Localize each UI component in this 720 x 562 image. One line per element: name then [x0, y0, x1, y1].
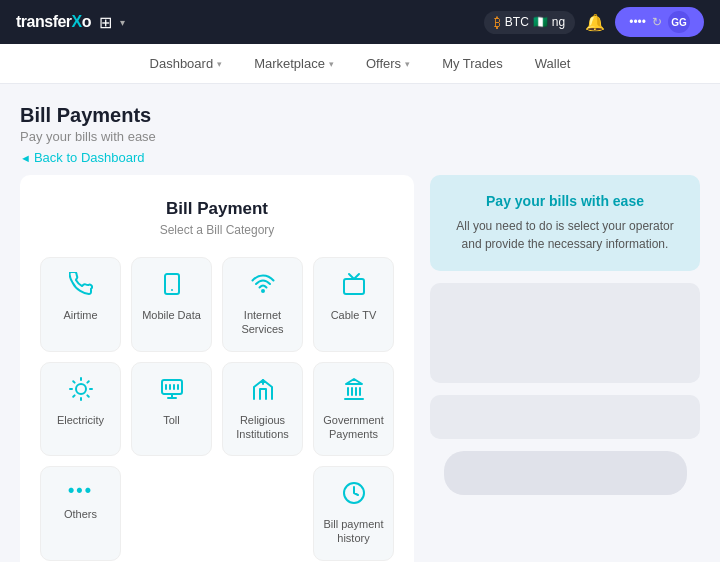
avatar: GG [668, 11, 690, 33]
electricity-icon [69, 377, 93, 405]
skeleton-card-3 [444, 451, 687, 495]
grid-icon[interactable]: ⊞ [99, 13, 112, 32]
user-button[interactable]: •••• ↻ GG [615, 7, 704, 37]
svg-rect-3 [344, 279, 364, 294]
airtime-label: Airtime [63, 308, 97, 322]
user-dots: •••• [629, 15, 646, 29]
category-mobile-data[interactable]: Mobile Data [131, 257, 212, 352]
religious-icon [251, 377, 275, 405]
nav-item-marketplace[interactable]: Marketplace ▾ [254, 56, 334, 71]
category-others[interactable]: ••• Others [40, 466, 121, 561]
skeleton-card-1 [430, 283, 700, 383]
bill-panel: Bill Payment Select a Bill Category Airt… [20, 175, 414, 562]
others-label: Others [64, 507, 97, 521]
government-label: Government Payments [322, 413, 385, 442]
info-card-text: All you need to do is select your operat… [446, 217, 684, 253]
currency-label: ng [552, 15, 565, 29]
internet-label: Internet Services [231, 308, 294, 337]
nav-item-offers[interactable]: Offers ▾ [366, 56, 410, 71]
main-layout: Bill Payment Select a Bill Category Airt… [0, 175, 720, 562]
nav-item-my-trades[interactable]: My Trades [442, 56, 503, 71]
navbar: transferXo ⊞ ▾ ₿ BTC 🇳🇬 ng 🔔 •••• ↻ GG [0, 0, 720, 44]
btc-icon: ₿ [494, 15, 501, 30]
toll-icon [160, 377, 184, 405]
page-header: Bill Payments Pay your bills with ease B… [0, 84, 720, 175]
empty-cell-1 [131, 466, 212, 561]
svg-point-4 [76, 384, 86, 394]
page-subtitle: Pay your bills with ease [20, 129, 700, 144]
chevron-down-icon: ▾ [405, 59, 410, 69]
categories-grid: Airtime Mobile Data [40, 257, 394, 561]
category-religious[interactable]: Religious Institutions [222, 362, 303, 457]
back-to-dashboard-link[interactable]: Back to Dashboard [20, 150, 145, 165]
svg-point-2 [262, 290, 264, 292]
svg-line-7 [73, 381, 74, 382]
bill-panel-title: Bill Payment [40, 199, 394, 219]
category-airtime[interactable]: Airtime [40, 257, 121, 352]
svg-line-12 [87, 381, 88, 382]
nav-menu: Dashboard ▾ Marketplace ▾ Offers ▾ My Tr… [0, 44, 720, 84]
nav-item-dashboard[interactable]: Dashboard ▾ [150, 56, 223, 71]
religious-label: Religious Institutions [231, 413, 294, 442]
category-toll[interactable]: Toll [131, 362, 212, 457]
svg-line-11 [73, 395, 74, 396]
crypto-label: BTC [505, 15, 529, 29]
category-electricity[interactable]: Electricity [40, 362, 121, 457]
cable-tv-icon [342, 272, 366, 300]
spinner-icon: ↻ [652, 15, 662, 29]
category-cable-tv[interactable]: Cable TV [313, 257, 394, 352]
category-government[interactable]: Government Payments [313, 362, 394, 457]
crypto-badge: ₿ BTC 🇳🇬 ng [484, 11, 575, 34]
page-title: Bill Payments [20, 104, 700, 127]
chevron-down-icon: ▾ [217, 59, 222, 69]
navbar-left: transferXo ⊞ ▾ [16, 13, 125, 32]
info-card-title: Pay your bills with ease [446, 193, 684, 209]
government-icon [342, 377, 366, 405]
airtime-icon [69, 272, 93, 300]
skeleton-card-2 [430, 395, 700, 439]
others-icon: ••• [68, 481, 93, 499]
info-card: Pay your bills with ease All you need to… [430, 175, 700, 271]
category-internet[interactable]: Internet Services [222, 257, 303, 352]
internet-icon [251, 272, 275, 300]
bill-panel-subtitle: Select a Bill Category [40, 223, 394, 237]
chevron-down-icon[interactable]: ▾ [120, 17, 125, 28]
cable-tv-label: Cable TV [331, 308, 377, 322]
bill-history-label: Bill payment history [322, 517, 385, 546]
svg-line-8 [87, 395, 88, 396]
navbar-right: ₿ BTC 🇳🇬 ng 🔔 •••• ↻ GG [484, 7, 704, 37]
chevron-down-icon: ▾ [329, 59, 334, 69]
bell-icon[interactable]: 🔔 [585, 13, 605, 32]
bill-history-icon [342, 481, 366, 509]
logo: transferXo [16, 13, 91, 31]
flag-icon: 🇳🇬 [533, 15, 548, 29]
svg-marker-26 [346, 379, 362, 384]
empty-cell-2 [222, 466, 303, 561]
nav-item-wallet[interactable]: Wallet [535, 56, 571, 71]
mobile-data-icon [160, 272, 184, 300]
mobile-data-label: Mobile Data [142, 308, 201, 322]
right-panel: Pay your bills with ease All you need to… [430, 175, 700, 562]
category-bill-history[interactable]: Bill payment history [313, 466, 394, 561]
toll-label: Toll [163, 413, 180, 427]
electricity-label: Electricity [57, 413, 104, 427]
